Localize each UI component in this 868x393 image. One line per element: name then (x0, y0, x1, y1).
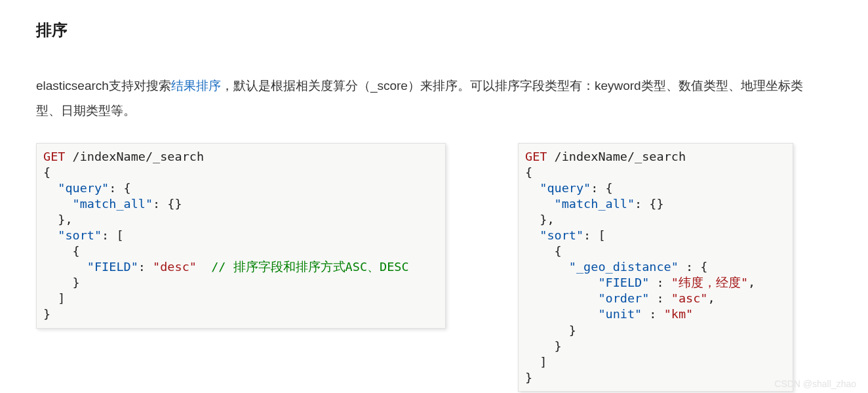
json-key: "FIELD" (598, 276, 649, 289)
punct: : (649, 291, 671, 305)
code-comment: // 排序字段和排序方式ASC、DESC (211, 260, 408, 274)
indent (525, 228, 540, 242)
punct: : (138, 260, 153, 274)
space (197, 260, 211, 274)
brace: { (525, 165, 532, 179)
code-block-sort-basic: GET /indexName/_search { "query": { "mat… (36, 143, 446, 329)
json-key: "sort" (540, 228, 583, 242)
indent (43, 181, 58, 195)
indent (43, 197, 73, 211)
json-key: "unit" (598, 307, 642, 321)
para-text-1: elasticsearch支持对搜索 (36, 79, 171, 93)
indent (43, 228, 58, 242)
brace: } (43, 276, 80, 289)
intro-paragraph: elasticsearch支持对搜索结果排序，默认是根据相关度算分（_score… (36, 73, 810, 123)
punct: : [ (102, 228, 123, 242)
punct: : {} (153, 197, 182, 211)
punct: , (707, 291, 715, 305)
indent (43, 260, 87, 274)
indent (525, 291, 598, 305)
punct: : {} (635, 197, 664, 211)
json-key: "query" (58, 181, 109, 195)
json-key: "match_all" (555, 197, 635, 211)
json-string: "asc" (671, 291, 708, 305)
punct: }, (525, 213, 555, 226)
indent (525, 260, 569, 274)
indent (525, 307, 598, 321)
indent (525, 197, 555, 211)
punct: : [ (583, 228, 605, 242)
indent (525, 276, 598, 289)
brace: { (525, 244, 562, 258)
section-heading: 排序 (36, 20, 832, 41)
http-method: GET (43, 150, 65, 163)
url-path: /indexName/_search (547, 150, 686, 163)
watermark: CSDN @shall_zhao (774, 379, 856, 389)
punct: : { (591, 181, 612, 195)
bracket: ] (525, 355, 547, 369)
json-key: "match_all" (73, 197, 153, 211)
brace: } (525, 339, 562, 353)
json-string: "desc" (153, 260, 197, 274)
indent (525, 181, 540, 195)
url-path: /indexName/_search (65, 150, 204, 163)
json-string: "km" (664, 307, 694, 321)
json-string: "纬度，经度" (671, 276, 748, 289)
punct: : (642, 307, 663, 321)
json-key: "query" (540, 181, 591, 195)
brace: } (525, 323, 576, 337)
punct: : { (679, 260, 708, 274)
punct: : (649, 276, 671, 289)
json-key: "sort" (58, 228, 102, 242)
punct: : { (109, 181, 130, 195)
result-sort-link[interactable]: 结果排序 (171, 79, 221, 93)
brace: } (43, 307, 50, 321)
brace: } (525, 371, 532, 384)
json-key: "_geo_distance" (569, 260, 679, 274)
json-key: "FIELD" (87, 260, 138, 274)
punct: , (748, 276, 755, 289)
code-columns: GET /indexName/_search { "query": { "mat… (36, 143, 832, 392)
brace: { (43, 244, 80, 258)
json-key: "order" (598, 291, 649, 305)
code-block-sort-geo: GET /indexName/_search { "query": { "mat… (518, 143, 793, 392)
http-method: GET (525, 150, 547, 163)
punct: }, (43, 213, 73, 226)
bracket: ] (43, 291, 65, 305)
brace: { (43, 165, 50, 179)
